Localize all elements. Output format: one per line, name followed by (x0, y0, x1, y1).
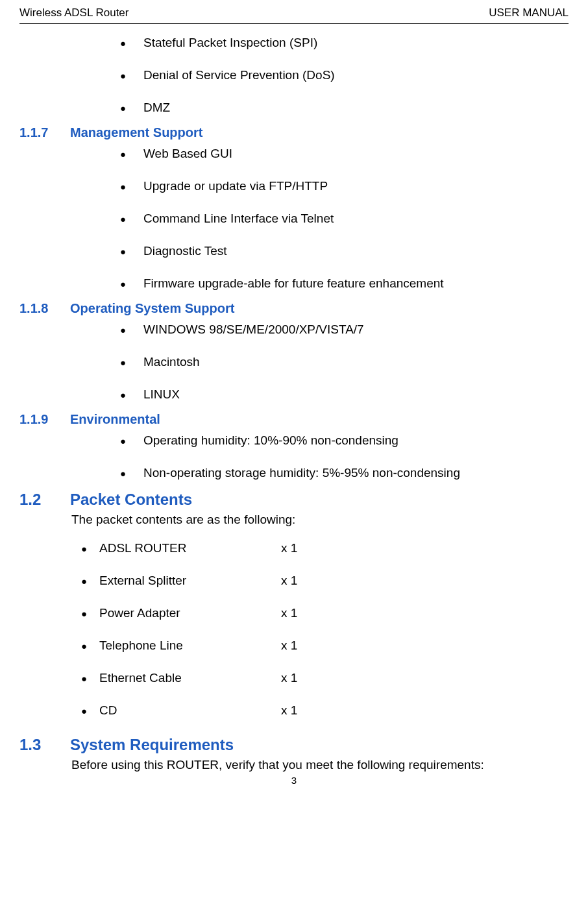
page-container: Wireless ADSL Router USER MANUAL ● State… (0, 0, 588, 799)
bullet-icon: ● (120, 245, 143, 258)
heading-title: Operating System Support (70, 301, 234, 315)
bullet-icon: ● (120, 389, 143, 401)
item-text: Non-operating storage humidity: 5%-95% n… (143, 466, 460, 480)
item-text: Macintosh (143, 355, 200, 369)
item-qty: x 1 (281, 574, 297, 588)
list-item: ●Macintosh (120, 355, 569, 369)
list-item: ● DMZ (120, 101, 569, 115)
item-qty: x 1 (281, 703, 297, 718)
heading-num: 1.2 (19, 491, 70, 509)
item-text: Operating humidity: 10%-90% non-condensi… (143, 433, 398, 448)
bullet-icon: ● (120, 278, 143, 290)
list-item: ● External Splitter x 1 (81, 574, 569, 588)
item-qty: x 1 (281, 606, 297, 620)
list-item: ● Stateful Packet Inspection (SPI) (120, 36, 569, 50)
header-left: Wireless ADSL Router (19, 6, 129, 19)
firewall-list: ● Stateful Packet Inspection (SPI) ● Den… (120, 36, 569, 115)
bullet-icon: ● (81, 640, 99, 652)
item-qty: x 1 (281, 541, 297, 555)
item-text: DMZ (143, 101, 170, 115)
os-list: ●WINDOWS 98/SE/ME/2000/XP/VISTA/7 ●Macin… (120, 322, 569, 402)
item-name: Power Adapter (99, 606, 281, 620)
bullet-icon: ● (81, 607, 99, 620)
bullet-icon: ● (81, 672, 99, 685)
item-name: CD (99, 703, 281, 718)
bullet-icon: ● (81, 575, 99, 587)
bullet-icon: ● (120, 213, 143, 225)
page-number: 3 (19, 775, 569, 786)
list-item: ●Operating humidity: 10%-90% non-condens… (120, 433, 569, 448)
packet-intro: The packet contents are as the following… (71, 513, 569, 527)
list-item: ● Telephone Line x 1 (81, 638, 569, 653)
item-name: Ethernet Cable (99, 671, 281, 685)
heading-num: 1.1.8 (19, 301, 70, 316)
bullet-icon: ● (120, 148, 143, 160)
item-name: Telephone Line (99, 638, 281, 653)
heading-1-1-9: 1.1.9Environmental (19, 412, 569, 427)
heading-title: Packet Contents (70, 491, 192, 508)
item-text: WINDOWS 98/SE/ME/2000/XP/VISTA/7 (143, 322, 364, 337)
item-text: Denial of Service Prevention (DoS) (143, 68, 335, 82)
list-item: ●Upgrade or update via FTP/HTTP (120, 179, 569, 193)
env-list: ●Operating humidity: 10%-90% non-condens… (120, 433, 569, 480)
heading-title: System Requirements (70, 736, 234, 753)
heading-title: Environmental (70, 412, 160, 426)
list-item: ●LINUX (120, 387, 569, 402)
bullet-icon: ● (81, 542, 99, 555)
item-text: Firmware upgrade-able for future feature… (143, 276, 444, 291)
item-qty: x 1 (281, 638, 297, 653)
list-item: ● Ethernet Cable x 1 (81, 671, 569, 685)
list-item: ● ADSL ROUTER x 1 (81, 541, 569, 555)
item-text: Upgrade or update via FTP/HTTP (143, 179, 328, 193)
management-list: ●Web Based GUI ●Upgrade or update via FT… (120, 147, 569, 291)
heading-num: 1.3 (19, 736, 70, 754)
bullet-icon: ● (120, 69, 143, 82)
page-header: Wireless ADSL Router USER MANUAL (19, 6, 569, 24)
item-text: Web Based GUI (143, 147, 232, 161)
heading-1-3: 1.3System Requirements (19, 736, 569, 754)
heading-1-2: 1.2Packet Contents (19, 491, 569, 509)
bullet-icon: ● (120, 102, 143, 114)
packet-contents-list: ● ADSL ROUTER x 1 ● External Splitter x … (81, 541, 569, 718)
heading-num: 1.1.9 (19, 412, 70, 427)
bullet-icon: ● (81, 705, 99, 717)
header-right: USER MANUAL (489, 6, 569, 19)
heading-1-1-7: 1.1.7Management Support (19, 125, 569, 140)
bullet-icon: ● (120, 37, 143, 49)
list-item: ● CD x 1 (81, 703, 569, 718)
list-item: ●Diagnostic Test (120, 244, 569, 258)
bullet-icon: ● (120, 180, 143, 193)
heading-num: 1.1.7 (19, 125, 70, 140)
list-item: ●Non-operating storage humidity: 5%-95% … (120, 466, 569, 480)
bullet-icon: ● (120, 324, 143, 336)
sysreq-intro: Before using this ROUTER, verify that yo… (71, 758, 569, 772)
item-text: Stateful Packet Inspection (SPI) (143, 36, 317, 50)
bullet-icon: ● (120, 467, 143, 480)
bullet-icon: ● (120, 435, 143, 447)
item-text: Diagnostic Test (143, 244, 227, 258)
list-item: ●Web Based GUI (120, 147, 569, 161)
item-qty: x 1 (281, 671, 297, 685)
list-item: ●WINDOWS 98/SE/ME/2000/XP/VISTA/7 (120, 322, 569, 337)
list-item: ●Command Line Interface via Telnet (120, 212, 569, 226)
list-item: ●Firmware upgrade-able for future featur… (120, 276, 569, 291)
heading-1-1-8: 1.1.8Operating System Support (19, 301, 569, 316)
item-name: External Splitter (99, 574, 281, 588)
item-text: Command Line Interface via Telnet (143, 212, 334, 226)
list-item: ● Denial of Service Prevention (DoS) (120, 68, 569, 82)
list-item: ● Power Adapter x 1 (81, 606, 569, 620)
item-text: LINUX (143, 387, 180, 402)
bullet-icon: ● (120, 356, 143, 369)
item-name: ADSL ROUTER (99, 541, 281, 555)
heading-title: Management Support (70, 125, 202, 140)
